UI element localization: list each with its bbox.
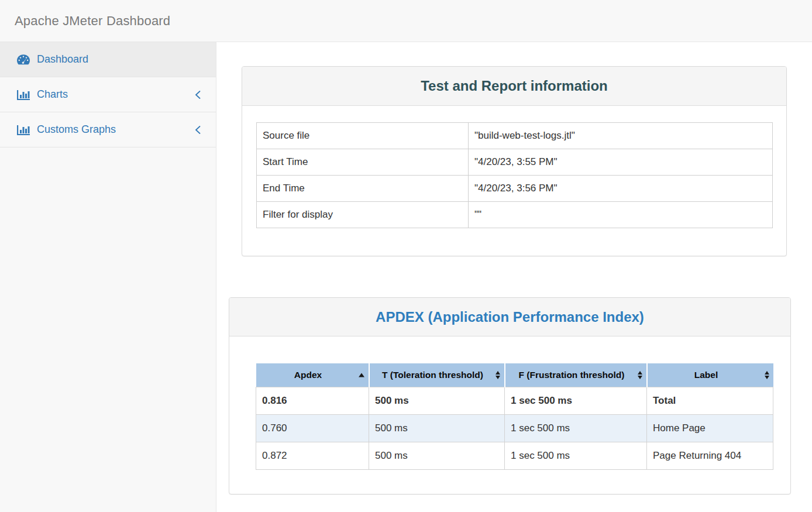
table-row: Filter for display "" [257,202,773,228]
sidebar: Dashboard Charts Customs Graphs [0,42,216,512]
bar-chart-icon [16,89,30,101]
sidebar-item-dashboard[interactable]: Dashboard [0,42,216,77]
tachometer-icon [16,54,30,66]
label-value: Home Page [647,414,773,442]
apdex-table: Apdex T (Toleration threshold) F (Frustr… [256,363,773,470]
frustration-value: 1 sec 500 ms [505,442,647,469]
info-value: "" [469,202,773,228]
apdex-panel-heading: APDEX (Application Performance Index) [229,298,790,336]
apdex-panel-title[interactable]: APDEX (Application Performance Index) [376,309,644,325]
toleration-value: 500 ms [369,442,505,469]
label-value: Total [647,387,773,414]
toleration-value: 500 ms [369,414,505,442]
info-value: "4/20/23, 3:55 PM" [469,149,773,176]
apdex-value: 0.872 [256,442,369,469]
info-label: End Time [257,176,469,202]
table-row: End Time "4/20/23, 3:56 PM" [257,176,773,202]
bar-chart-icon [16,124,30,136]
sort-asc-icon[interactable] [359,373,364,377]
apdex-row-total: 0.816 500 ms 1 sec 500 ms Total [256,387,773,414]
column-header-toleration[interactable]: T (Toleration threshold) [369,363,505,387]
frustration-value: 1 sec 500 ms [505,387,647,414]
sort-both-icon[interactable] [496,371,500,379]
info-value: "build-web-test-logs.jtl" [469,123,773,149]
app-title: Apache JMeter Dashboard [15,13,170,29]
sidebar-item-label: Charts [37,88,68,101]
column-header-apdex[interactable]: Apdex [256,363,369,387]
test-info-panel: Test and Report information Source file … [242,66,787,256]
table-row: Start Time "4/20/23, 3:55 PM" [257,149,773,176]
test-info-panel-heading: Test and Report information [242,67,786,106]
frustration-value: 1 sec 500 ms [505,414,647,442]
sort-both-icon[interactable] [765,371,769,379]
main-content: Test and Report information Source file … [216,42,812,512]
info-label: Start Time [257,149,469,176]
chevron-left-icon[interactable] [195,126,201,134]
toleration-value: 500 ms [369,387,505,414]
sidebar-item-label: Customs Graphs [37,123,116,136]
label-value: Page Returning 404 [647,442,773,469]
sidebar-item-label: Dashboard [37,53,88,66]
column-header-frustration[interactable]: F (Frustration threshold) [505,363,647,387]
apdex-value: 0.760 [256,414,369,442]
info-label: Source file [257,123,469,149]
info-label: Filter for display [257,202,469,228]
table-row: Source file "build-web-test-logs.jtl" [257,123,773,149]
apdex-header-row: Apdex T (Toleration threshold) F (Frustr… [256,363,773,387]
apdex-row: 0.760 500 ms 1 sec 500 ms Home Page [256,414,773,442]
apdex-value: 0.816 [256,387,369,414]
sidebar-item-charts[interactable]: Charts [0,77,216,112]
column-header-label[interactable]: Label [647,363,773,387]
sort-both-icon[interactable] [638,371,642,379]
info-value: "4/20/23, 3:56 PM" [469,176,773,202]
test-info-panel-title: Test and Report information [421,78,608,94]
sidebar-item-customs-graphs[interactable]: Customs Graphs [0,112,216,147]
apdex-row: 0.872 500 ms 1 sec 500 ms Page Returning… [256,442,773,469]
top-navbar: Apache JMeter Dashboard [0,0,812,42]
chevron-left-icon[interactable] [195,91,201,99]
test-info-table: Source file "build-web-test-logs.jtl" St… [256,122,773,228]
apdex-panel: APDEX (Application Performance Index) Ap… [229,297,791,494]
